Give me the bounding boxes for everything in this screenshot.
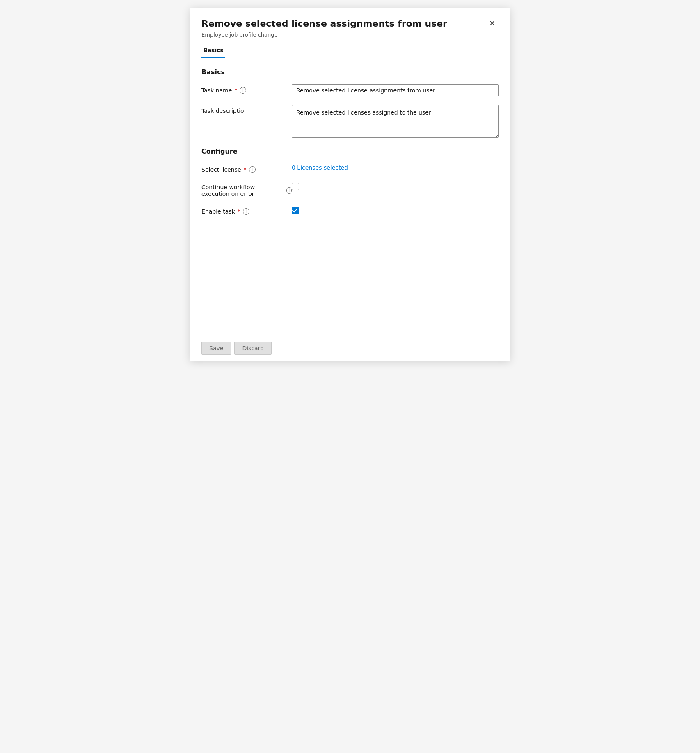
- enable-task-info-icon[interactable]: i: [243, 208, 249, 215]
- dialog-footer: Save Discard: [190, 335, 510, 361]
- tab-basics[interactable]: Basics: [201, 43, 225, 58]
- select-license-row: Select license * i 0 Licenses selected: [201, 163, 499, 173]
- dialog-container: Remove selected license assignments from…: [190, 8, 510, 361]
- dialog-title: Remove selected license assignments from…: [201, 18, 447, 30]
- dialog-header: Remove selected license assignments from…: [190, 8, 510, 43]
- continue-workflow-info-icon[interactable]: i: [286, 187, 292, 194]
- continue-workflow-label-text: Continue workflow execution on error: [201, 184, 284, 197]
- close-button[interactable]: ✕: [486, 18, 499, 29]
- task-description-label-text: Task description: [201, 108, 248, 114]
- enable-task-checkbox[interactable]: [292, 207, 299, 214]
- continue-workflow-row: Continue workflow execution on error i: [201, 181, 499, 197]
- task-description-label: Task description: [201, 105, 292, 114]
- task-description-control: Remove selected licenses assigned to the…: [292, 105, 499, 139]
- enable-task-control: [292, 205, 499, 214]
- configure-heading: Configure: [201, 147, 499, 155]
- select-license-info-icon[interactable]: i: [249, 166, 256, 173]
- enable-task-label-text: Enable task: [201, 208, 235, 215]
- task-name-label-text: Task name: [201, 87, 232, 94]
- continue-workflow-checkbox[interactable]: [292, 183, 299, 190]
- continue-workflow-label: Continue workflow execution on error i: [201, 181, 292, 197]
- task-name-label: Task name * i: [201, 84, 292, 94]
- close-icon: ✕: [489, 20, 495, 27]
- task-name-required: *: [234, 87, 237, 94]
- select-license-control: 0 Licenses selected: [292, 163, 499, 171]
- basics-section-heading: Basics: [201, 68, 499, 76]
- select-license-label: Select license * i: [201, 163, 292, 173]
- enable-task-required: *: [238, 208, 240, 215]
- task-name-info-icon[interactable]: i: [240, 87, 246, 94]
- task-name-control: [292, 84, 499, 96]
- task-description-input[interactable]: Remove selected licenses assigned to the…: [292, 105, 499, 138]
- configure-section: Configure Select license * i 0 Licenses …: [201, 147, 499, 215]
- task-name-input[interactable]: [292, 84, 499, 96]
- dialog-body: Basics Task name * i Task description Re…: [190, 58, 510, 335]
- task-name-row: Task name * i: [201, 84, 499, 96]
- select-license-label-text: Select license: [201, 166, 241, 173]
- continue-workflow-control: [292, 181, 499, 190]
- tabs-bar: Basics: [190, 43, 510, 58]
- select-license-required: *: [244, 166, 247, 173]
- save-button[interactable]: Save: [201, 342, 231, 355]
- enable-task-row: Enable task * i: [201, 205, 499, 215]
- header-text: Remove selected license assignments from…: [201, 18, 447, 38]
- licenses-selected-link[interactable]: 0 Licenses selected: [292, 164, 348, 171]
- discard-button[interactable]: Discard: [234, 342, 272, 355]
- dialog-subtitle: Employee job profile change: [201, 32, 447, 38]
- task-description-row: Task description Remove selected license…: [201, 105, 499, 139]
- enable-task-label: Enable task * i: [201, 205, 292, 215]
